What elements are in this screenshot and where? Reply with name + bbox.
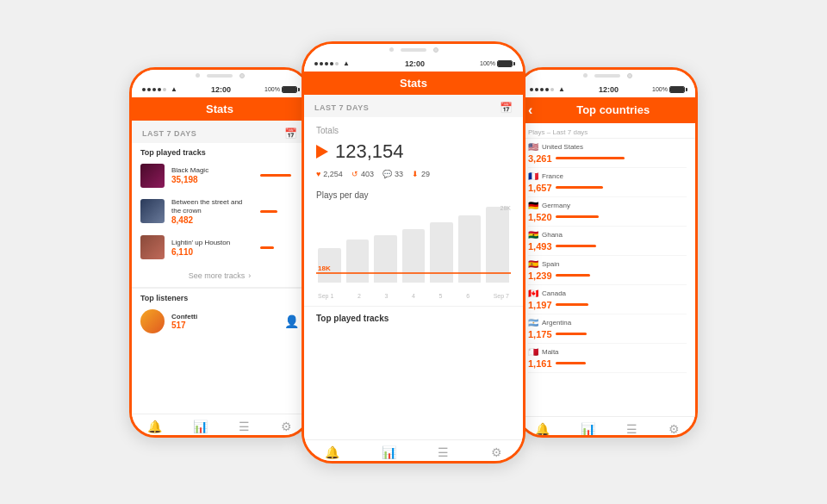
battery-right: 100%: [652, 86, 685, 93]
nav-stats-center[interactable]: 📊: [382, 445, 396, 459]
nav-gear-left[interactable]: ⚙: [281, 420, 292, 433]
play-icon: [316, 145, 328, 159]
country-item-1[interactable]: 🇺🇸 United States 3,261: [528, 139, 687, 168]
totals-plays: 123,154: [316, 140, 511, 163]
country-list: 🇺🇸 United States 3,261 🇫🇷 France: [519, 139, 695, 373]
track-plays-1: 35,198: [171, 175, 253, 184]
listener-avatar: [140, 309, 165, 333]
phone-center: ▲ 12:00 100% Stats LAST 7 DAYS 📅 Totals …: [302, 41, 525, 464]
chart-18k-line: [316, 272, 511, 274]
bottom-nav-center: 🔔 📊 ☰ ⚙: [304, 439, 523, 464]
track-info-3: Lightin' up Houston 6,110: [171, 239, 253, 257]
track-plays-2: 8,482: [171, 215, 253, 225]
country-flag-name-1: 🇺🇸 United States: [528, 142, 687, 152]
stat-likes: ♥ 2,254: [316, 170, 343, 178]
page-title-right: Top countries: [539, 103, 687, 116]
country-item-6[interactable]: 🇨🇦 Canada 1,197: [528, 285, 687, 314]
screen-right: Plays – Last 7 days 🇺🇸 United States 3,2…: [519, 123, 695, 416]
bottom-nav-left: 🔔 📊 ☰ ⚙: [132, 414, 308, 438]
country-item-3[interactable]: 🇩🇪 Germany 1,520: [528, 197, 687, 227]
plays-section-header: Plays – Last 7 days: [519, 123, 695, 139]
nav-gear-right[interactable]: ⚙: [668, 422, 680, 436]
flag-ar: 🇦🇷: [528, 318, 538, 327]
listener-info: Confetti 517: [171, 313, 277, 330]
chart-bars: [316, 205, 511, 283]
speaker-dot: [196, 73, 200, 78]
nav-bell-center[interactable]: 🔔: [325, 445, 339, 459]
top-listeners-header: Top listeners: [132, 288, 308, 306]
chart-label: Plays per day: [316, 190, 511, 200]
listener-item[interactable]: Confetti 517 👤: [132, 306, 308, 337]
country-item-7[interactable]: 🇦🇷 Argentina 1,175: [528, 314, 687, 344]
country-item-2[interactable]: 🇫🇷 France 1,657: [528, 168, 687, 197]
chart-bar-3: [402, 229, 426, 283]
time-center: 12:00: [405, 59, 425, 68]
track-item-3[interactable]: Lightin' up Houston 6,110: [132, 230, 308, 264]
calendar-icon-left[interactable]: 📅: [284, 128, 297, 140]
chart-bar-1: [346, 240, 370, 283]
total-plays-number: 123,154: [335, 140, 404, 163]
track-name-2: Between the street and the crown: [171, 198, 253, 216]
calendar-icon-center[interactable]: 📅: [500, 102, 513, 114]
top-tracks-header-center: Top played tracks: [304, 306, 523, 327]
chart-y-max: 28K: [501, 205, 511, 211]
flag-ca: 🇨🇦: [528, 289, 538, 298]
track-info-2: Between the street and the crown 8,482: [171, 198, 253, 226]
phone-notch-left: [132, 70, 308, 80]
track-thumb-3: [140, 235, 165, 259]
add-friend-icon[interactable]: 👤: [284, 314, 299, 328]
flag-de: 🇩🇪: [528, 201, 538, 210]
stat-comments: 💬 33: [382, 170, 403, 178]
status-bar-right: ▲ 12:00 100%: [519, 80, 695, 97]
chart-section: Plays per day 28K 18K: [304, 184, 523, 306]
track-thumb-2: [140, 199, 165, 223]
nav-list-left[interactable]: ☰: [239, 420, 250, 433]
camera-dot: [239, 73, 245, 78]
nav-bell-left[interactable]: 🔔: [147, 420, 162, 433]
track-bar-3: [260, 246, 299, 249]
stat-downloads: ⬇ 29: [412, 170, 430, 178]
track-name-1: Black Magic: [171, 166, 253, 175]
phone-notch-right: [519, 70, 695, 80]
battery-center: 100%: [480, 60, 513, 67]
country-item-4[interactable]: 🇬🇭 Ghana 1,493: [528, 227, 687, 256]
bottom-nav-right: 🔔 📊 ☰ ⚙: [519, 416, 695, 438]
listener-count: 517: [171, 320, 277, 330]
flag-fr: 🇫🇷: [528, 171, 538, 181]
track-bar-2: [260, 210, 299, 213]
screen-center: LAST 7 DAYS 📅 Totals 123,154 ♥ 2,254 ↺ 4: [304, 95, 523, 439]
phone-left: ▲ 12:00 100% Stats LAST 7 DAYS 📅 Top pla…: [129, 67, 310, 438]
flag-es: 🇪🇸: [528, 259, 538, 269]
track-plays-3: 6,110: [171, 247, 253, 257]
flag-gh: 🇬🇭: [528, 230, 538, 240]
nav-stats-left[interactable]: 📊: [193, 420, 208, 433]
section-label-center: LAST 7 DAYS: [314, 103, 369, 112]
track-item-1[interactable]: Black Magic 35,198: [132, 159, 308, 193]
totals-section: Totals 123,154 ♥ 2,254 ↺ 403 💬: [304, 117, 523, 184]
nav-list-right[interactable]: ☰: [626, 422, 637, 436]
time-right: 12:00: [599, 85, 619, 94]
country-item-5[interactable]: 🇪🇸 Spain 1,239: [528, 256, 687, 285]
nav-bell-right[interactable]: 🔔: [535, 422, 550, 436]
repost-icon: ↺: [351, 170, 358, 178]
status-bar-left: ▲ 12:00 100%: [132, 80, 308, 97]
track-name-3: Lightin' up Houston: [171, 239, 253, 247]
chart-bar-6: [486, 207, 509, 283]
country-item-8[interactable]: 🇲🇹 Malta 1,161: [528, 344, 687, 373]
heart-icon: ♥: [316, 170, 320, 178]
section-header-left: LAST 7 DAYS 📅: [132, 121, 308, 143]
nav-stats-right[interactable]: 📊: [581, 422, 595, 436]
phones-container: ▲ 12:00 100% Stats LAST 7 DAYS 📅 Top pla…: [0, 0, 827, 504]
see-more-tracks[interactable]: See more tracks ›: [132, 264, 308, 287]
track-item-2[interactable]: Between the street and the crown 8,482: [132, 193, 308, 231]
country-plays-1: 3,261: [528, 153, 552, 164]
download-icon: ⬇: [412, 170, 419, 178]
time-left: 12:00: [211, 85, 231, 94]
nav-list-center[interactable]: ☰: [438, 445, 449, 459]
nav-gear-center[interactable]: ⚙: [491, 445, 502, 459]
phone-right: ▲ 12:00 100% ‹ Top countries Plays – Las…: [517, 67, 698, 438]
app-title-center: Stats: [304, 72, 523, 95]
chart-x-labels: Sep 1 2 3 4 5 6 Sep 7: [316, 291, 511, 299]
top-tracks-header-left: Top played tracks: [132, 143, 308, 159]
back-arrow[interactable]: ‹: [528, 103, 532, 118]
